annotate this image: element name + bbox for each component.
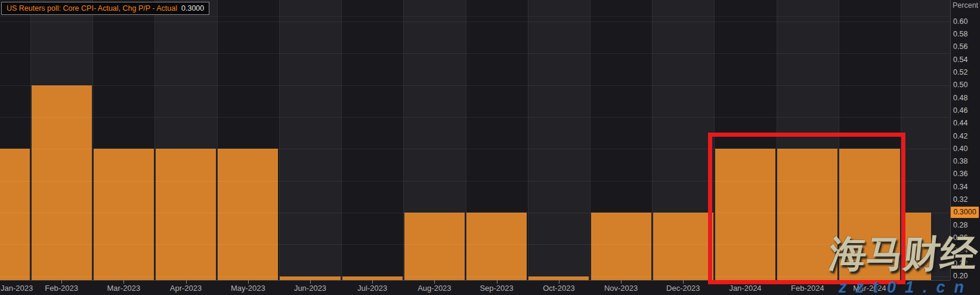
x-axis-label: Aug-2023 xyxy=(418,284,451,293)
y-axis-label: 0.28 xyxy=(953,221,967,229)
y-axis-label: 0.44 xyxy=(953,119,967,127)
bar-Apr-2023[interactable] xyxy=(156,149,216,280)
v-gridline xyxy=(279,0,280,280)
y-axis-label: 0.52 xyxy=(953,68,967,76)
y-axis-label: 0.54 xyxy=(953,56,967,64)
x-axis-label: Jun-2023 xyxy=(294,284,326,293)
x-axis-label: Mar-2023 xyxy=(107,284,140,293)
y-axis-label: 0.34 xyxy=(953,183,967,191)
y-axis-label: 0.40 xyxy=(953,145,967,153)
bar-Jan-2023[interactable] xyxy=(0,149,30,280)
bar-Nov-2023[interactable] xyxy=(591,213,651,280)
h-gridline xyxy=(0,117,950,118)
month-band xyxy=(528,0,590,280)
legend-title-box[interactable]: US Reuters poll: Core CPI- Actual, Chg P… xyxy=(1,2,209,15)
y-axis-label: 0.38 xyxy=(953,157,967,165)
series-title: US Reuters poll: Core CPI- Actual, Chg P… xyxy=(7,4,177,13)
y-axis-label: 0.46 xyxy=(953,106,967,115)
y-axis-label: 0.48 xyxy=(953,94,967,102)
x-axis-label: Jan-2024 xyxy=(729,284,761,293)
v-gridline xyxy=(341,0,342,280)
y-axis-label: 0.60 xyxy=(953,17,967,26)
h-gridline xyxy=(0,21,950,22)
y-axis-label: 0.32 xyxy=(953,195,967,204)
y-axis-label: 0.42 xyxy=(953,132,967,140)
x-axis-label: Jan-2023 xyxy=(1,284,33,293)
x-axis-label: Dec-2023 xyxy=(666,284,700,293)
bar-Feb-2023[interactable] xyxy=(32,85,92,280)
bar-Sep-2023[interactable] xyxy=(466,213,527,280)
watermark-brand-url: zzt01.cn xyxy=(839,278,973,295)
x-axis-label: Apr-2023 xyxy=(170,284,202,293)
current-value-badge: 0.3000 xyxy=(951,207,979,218)
series-current-value: 0.3000 xyxy=(181,4,204,13)
y-axis-label: 0.58 xyxy=(953,30,967,38)
x-axis-label: Feb-2024 xyxy=(791,284,824,293)
watermark-brand-cjk: 海马财经 xyxy=(828,235,980,272)
bar-May-2023[interactable] xyxy=(218,149,278,280)
x-axis-label: Feb-2023 xyxy=(45,284,78,293)
x-axis-label: Jul-2023 xyxy=(357,284,387,293)
bar-Dec-2023[interactable] xyxy=(653,213,713,280)
y-axis-label: 0.50 xyxy=(953,81,967,89)
h-gridline xyxy=(0,85,950,86)
h-gridline xyxy=(0,53,950,54)
bar-Aug-2023[interactable] xyxy=(404,213,465,280)
month-band xyxy=(279,0,341,280)
x-axis-label: Nov-2023 xyxy=(604,284,638,293)
cpi-bar-chart: Percent 0.600.580.560.540.520.500.480.46… xyxy=(0,0,980,295)
x-axis-label: May-2023 xyxy=(231,284,265,293)
top-divider-line xyxy=(0,16,950,17)
v-gridline xyxy=(528,0,528,280)
x-axis-label: Oct-2023 xyxy=(543,284,574,293)
y-axis-label: 0.36 xyxy=(953,170,967,178)
bar-Mar-2023[interactable] xyxy=(94,149,154,280)
y-axis-label: 0.56 xyxy=(953,42,967,51)
x-axis-label: Sep-2023 xyxy=(480,284,513,293)
y-axis-unit-label: Percent xyxy=(953,1,978,10)
